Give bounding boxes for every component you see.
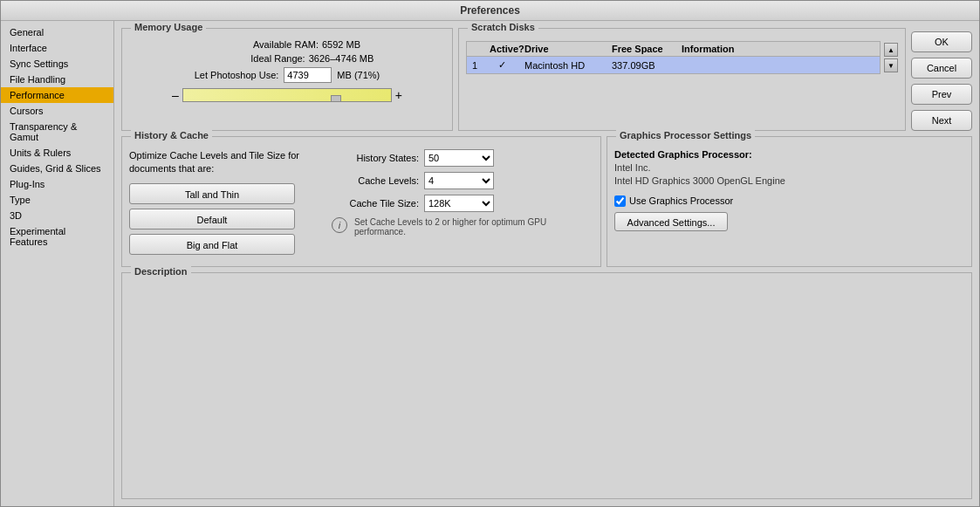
- info-icon: i: [332, 217, 347, 233]
- scroll-arrows: ▲ ▼: [884, 41, 898, 74]
- ok-button[interactable]: OK: [911, 31, 972, 52]
- description-panel: Description: [121, 272, 972, 499]
- cache-tile-size-select[interactable]: 128K: [424, 195, 494, 212]
- col-free-header: Free Space: [607, 42, 676, 56]
- hc-description: Optimize Cache Levels and Tile Size for …: [129, 149, 321, 176]
- available-ram-value: 6592 MB: [322, 39, 360, 50]
- slider-minus: –: [172, 88, 179, 102]
- hc-right-section: History States: 50 Cache Levels: 4: [332, 149, 593, 259]
- scratch-disks-panel: Scratch Disks Active? Drive Free Space I…: [458, 28, 906, 131]
- title-bar: Preferences: [1, 1, 979, 21]
- cache-levels-select[interactable]: 4: [424, 172, 494, 189]
- tall-thin-button[interactable]: Tall and Thin: [129, 183, 295, 204]
- row-drive: Macintosh HD: [519, 58, 607, 73]
- cache-tile-size-label: Cache Tile Size:: [332, 198, 419, 209]
- gpu-line2: Intel HD Graphics 3000 OpenGL Engine: [614, 175, 785, 186]
- ideal-range-value: 3626–4746 MB: [309, 53, 374, 64]
- graphics-settings-title: Graphics Processor Settings: [616, 130, 755, 140]
- row-num: 1: [467, 58, 484, 73]
- detected-gpu-label: Detected Graphics Processor:: [614, 149, 964, 160]
- history-states-select[interactable]: 50: [424, 149, 494, 167]
- col-drive-header: Drive: [519, 42, 607, 56]
- scratch-disks-title: Scratch Disks: [468, 22, 538, 32]
- default-button[interactable]: Default: [129, 209, 295, 230]
- sidebar-item-3d[interactable]: 3D: [1, 208, 113, 223]
- photoshop-use-suffix: MB (71%): [337, 70, 380, 80]
- cache-levels-label: Cache Levels:: [332, 175, 419, 186]
- sidebar-item-cursors[interactable]: Cursors: [1, 103, 113, 119]
- preferences-window: Preferences GeneralInterfaceSync Setting…: [0, 0, 980, 507]
- memory-usage-title: Memory Usage: [131, 22, 206, 32]
- advanced-settings-button[interactable]: Advanced Settings...: [614, 212, 728, 231]
- scroll-up-btn[interactable]: ▲: [884, 43, 898, 57]
- hc-left-section: Optimize Cache Levels and Tile Size for …: [129, 149, 321, 259]
- right-panel: Memory Usage Available RAM: 6592 MB Idea…: [114, 21, 979, 506]
- sidebar-item-sync-settings[interactable]: Sync Settings: [1, 56, 113, 72]
- history-cache-title: History & Cache: [131, 130, 212, 140]
- cancel-button[interactable]: Cancel: [911, 58, 972, 79]
- col-active-header: Active?: [484, 42, 519, 56]
- memory-usage-panel: Memory Usage Available RAM: 6592 MB Idea…: [121, 28, 453, 131]
- scratch-disk-list: Active? Drive Free Space Information 1 ✓…: [466, 41, 881, 74]
- use-gpu-checkbox[interactable]: [614, 195, 626, 207]
- sidebar-item-general[interactable]: General: [1, 24, 113, 40]
- photoshop-use-label: Let Photoshop Use:: [195, 70, 279, 80]
- use-gpu-row: Use Graphics Processor: [614, 195, 964, 207]
- use-gpu-label: Use Graphics Processor: [629, 195, 733, 206]
- detected-gpu-info: Intel Inc. Intel HD Graphics 3000 OpenGL…: [614, 161, 964, 188]
- sidebar-item-transparency-gamut[interactable]: Transparency & Gamut: [1, 119, 113, 145]
- big-flat-button[interactable]: Big and Flat: [129, 234, 295, 255]
- sidebar: GeneralInterfaceSync SettingsFile Handli…: [1, 21, 114, 506]
- prev-button[interactable]: Prev: [911, 84, 972, 105]
- next-button[interactable]: Next: [911, 110, 972, 131]
- gpu-note-text: Set Cache Levels to 2 or higher for opti…: [354, 217, 593, 236]
- history-states-label: History States:: [332, 153, 419, 163]
- sidebar-item-interface[interactable]: Interface: [1, 40, 113, 56]
- row-info: [676, 63, 880, 68]
- action-buttons: OK Cancel Prev Next: [911, 28, 972, 131]
- sidebar-item-plug-ins[interactable]: Plug-Ins: [1, 176, 113, 192]
- sidebar-item-guides-grid-slices[interactable]: Guides, Grid & Slices: [1, 161, 113, 176]
- memory-slider[interactable]: [182, 88, 392, 102]
- scroll-down-btn[interactable]: ▼: [884, 58, 898, 72]
- ideal-range-label: Ideal Range:: [201, 53, 305, 64]
- sidebar-item-type[interactable]: Type: [1, 192, 113, 208]
- sidebar-item-experimental[interactable]: Experimental Features: [1, 223, 113, 250]
- description-title: Description: [131, 266, 191, 277]
- slider-plus: +: [395, 88, 402, 102]
- graphics-processor-panel: Graphics Processor Settings Detected Gra…: [607, 136, 972, 267]
- row-free: 337.09GB: [607, 58, 676, 73]
- history-cache-panel: History & Cache Optimize Cache Levels an…: [121, 136, 601, 267]
- col-info-header: Information: [676, 42, 880, 56]
- sidebar-item-units-rulers[interactable]: Units & Rulers: [1, 145, 113, 161]
- sidebar-item-performance[interactable]: Performance: [1, 87, 113, 103]
- window-title: Preferences: [460, 4, 520, 17]
- photoshop-use-input[interactable]: 4739: [284, 67, 332, 83]
- sidebar-item-file-handling[interactable]: File Handling: [1, 72, 113, 87]
- gpu-line1: Intel Inc.: [614, 162, 651, 173]
- scratch-disk-row[interactable]: 1 ✓ Macintosh HD 337.09GB: [467, 57, 880, 73]
- available-ram-label: Available RAM:: [214, 39, 319, 50]
